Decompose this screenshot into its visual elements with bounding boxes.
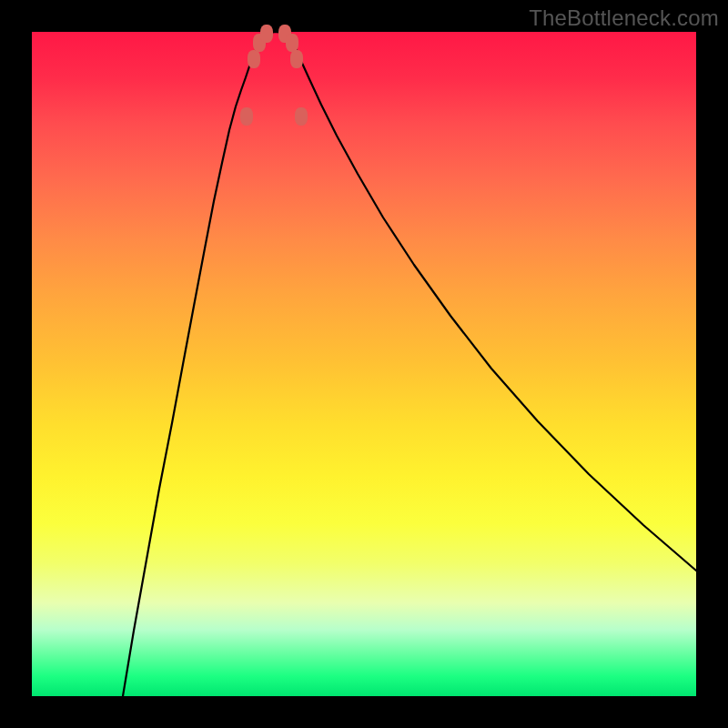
curve-group [123,32,696,696]
marker-group [240,25,308,126]
curve-marker [286,34,298,52]
curve-marker [260,25,273,43]
curve-overlay [32,32,696,696]
curve-marker [290,50,303,68]
curve-marker [248,50,260,68]
curve-marker [240,107,253,126]
watermark-text: TheBottleneck.com [529,5,719,31]
bottleneck-curve [123,32,696,696]
chart-frame: TheBottleneck.com [0,0,728,728]
curve-marker [295,107,308,126]
